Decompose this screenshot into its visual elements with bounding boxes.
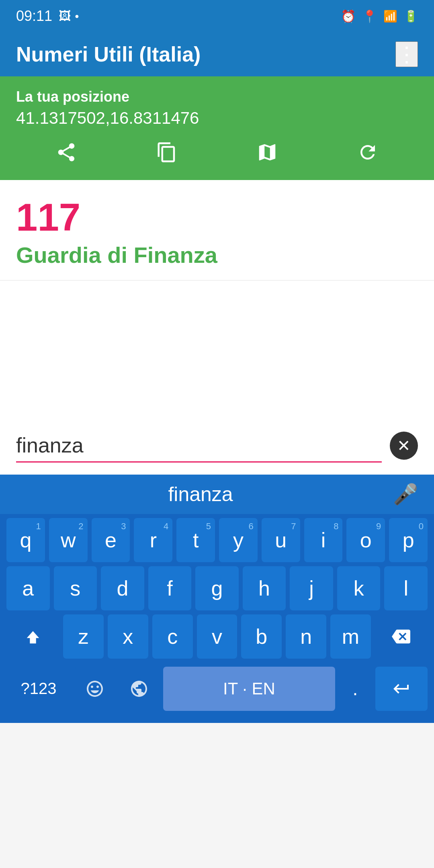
search-clear-button[interactable]: ✕: [390, 432, 418, 460]
location-actions: [16, 137, 418, 172]
empty-space: [0, 280, 434, 417]
key-e[interactable]: 3e: [92, 518, 130, 562]
share-button[interactable]: [43, 141, 89, 168]
key-j[interactable]: j: [290, 566, 333, 610]
key-v[interactable]: v: [197, 614, 237, 659]
menu-button[interactable]: ⋮: [395, 41, 418, 67]
map-button[interactable]: [244, 141, 290, 168]
enter-key[interactable]: [375, 667, 428, 711]
spacebar-key[interactable]: IT · EN: [163, 667, 335, 711]
symbols-key[interactable]: ?123: [6, 667, 71, 711]
alarm-icon: ⏰: [341, 9, 356, 23]
keyboard: finanza 🎤 1q 2w 3e 4r 5t 6y 7u 8i 9o 0p …: [0, 475, 434, 723]
keyboard-rows: 1q 2w 3e 4r 5t 6y 7u 8i 9o 0p a s d f g …: [0, 514, 434, 659]
key-b[interactable]: b: [241, 614, 282, 659]
keyboard-search-text: finanza: [16, 483, 385, 506]
location-status-icon: 📍: [362, 9, 377, 23]
microphone-icon[interactable]: 🎤: [393, 483, 418, 506]
key-n[interactable]: n: [286, 614, 326, 659]
app-title: Numeri Utili (Italia): [16, 42, 201, 66]
keyboard-row-1: 1q 2w 3e 4r 5t 6y 7u 8i 9o 0p: [6, 518, 428, 562]
emoji-key[interactable]: [75, 667, 115, 711]
close-icon: ✕: [397, 438, 411, 454]
globe-key[interactable]: [119, 667, 159, 711]
key-q[interactable]: 1q: [6, 518, 45, 562]
key-w[interactable]: 2w: [49, 518, 88, 562]
copy-button[interactable]: [144, 141, 190, 168]
app-bar: Numeri Utili (Italia) ⋮: [0, 32, 434, 76]
result-label: Guardia di Finanza: [16, 242, 418, 268]
status-time: 09:11: [16, 8, 52, 25]
keyboard-search-row: finanza 🎤: [0, 475, 434, 514]
location-label: La tua posizione: [16, 88, 418, 105]
battery-icon: 🔋: [404, 10, 418, 23]
image-icon: 🖼: [59, 9, 71, 23]
notification-dot: ●: [75, 12, 79, 20]
key-l[interactable]: l: [384, 566, 428, 610]
key-m[interactable]: m: [330, 614, 371, 659]
location-coords: 41.1317502,16.8311476: [16, 108, 418, 128]
period-key[interactable]: .: [339, 667, 371, 711]
key-f[interactable]: f: [148, 566, 192, 610]
search-input-wrapper: [16, 429, 382, 463]
search-bar: ✕: [0, 417, 434, 475]
signal-icon: 📶: [383, 10, 397, 23]
key-x[interactable]: x: [108, 614, 148, 659]
key-d[interactable]: d: [101, 566, 144, 610]
keyboard-row-2: a s d f g h j k l: [6, 566, 428, 610]
keyboard-bottom-row: ?123 IT · EN .: [0, 663, 434, 723]
key-o[interactable]: 9o: [346, 518, 385, 562]
key-g[interactable]: g: [195, 566, 239, 610]
refresh-button[interactable]: [345, 141, 391, 168]
location-bar: La tua posizione 41.1317502,16.8311476: [0, 76, 434, 180]
keyboard-row-3: z x c v b n m: [6, 614, 428, 659]
status-icons-right: ⏰ 📍 📶 🔋: [341, 9, 418, 23]
key-c[interactable]: c: [152, 614, 193, 659]
key-z[interactable]: z: [63, 614, 104, 659]
status-bar: 09:11 🖼 ● ⏰ 📍 📶 🔋: [0, 0, 434, 32]
key-a[interactable]: a: [6, 566, 50, 610]
key-t[interactable]: 5t: [176, 518, 215, 562]
key-r[interactable]: 4r: [134, 518, 172, 562]
backspace-key[interactable]: [375, 614, 428, 659]
key-s[interactable]: s: [54, 566, 97, 610]
shift-key[interactable]: [6, 614, 59, 659]
key-y[interactable]: 6y: [219, 518, 258, 562]
status-icons-left: 🖼 ●: [59, 9, 79, 23]
key-p[interactable]: 0p: [389, 518, 428, 562]
search-input[interactable]: [16, 429, 382, 463]
result-area: 117 Guardia di Finanza: [0, 180, 434, 280]
status-bar-left: 09:11 🖼 ●: [16, 8, 79, 25]
key-k[interactable]: k: [337, 566, 381, 610]
key-u[interactable]: 7u: [262, 518, 300, 562]
key-h[interactable]: h: [243, 566, 286, 610]
key-i[interactable]: 8i: [304, 518, 343, 562]
result-number: 117: [16, 196, 418, 239]
